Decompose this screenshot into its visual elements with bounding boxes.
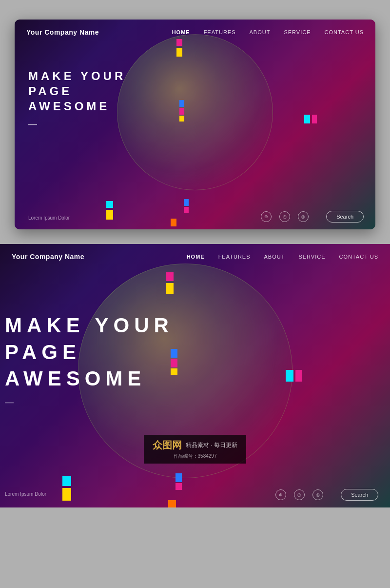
watermark-box: 众图网 精品素材 · 每日更新 作品编号：3584297 <box>144 435 246 464</box>
full-rect-pink-top <box>166 272 174 281</box>
full-nav-about[interactable]: ABOUT <box>264 254 285 260</box>
card-brand: Your Company Name <box>26 28 99 36</box>
watermark-site: 众图网 <box>153 439 182 452</box>
card-navbar: Your Company Name HOME FEATURES ABOUT SE… <box>15 20 375 45</box>
rect-cyan-right <box>304 115 310 123</box>
card-icon-target[interactable]: ◎ <box>298 211 309 222</box>
rect-blue-mid <box>179 100 184 107</box>
full-icon-target[interactable]: ◎ <box>312 489 323 500</box>
full-nav-home[interactable]: HOME <box>187 254 205 260</box>
full-rect-cyan-right <box>286 370 293 382</box>
card-nav-about[interactable]: ABOUT <box>250 29 271 35</box>
full-rect-blue-bottom <box>176 473 182 482</box>
full-icon-pin[interactable]: ⊕ <box>275 489 286 500</box>
card-nav-contact[interactable]: CONTACT US <box>325 29 364 35</box>
full-hero-line2: PAGE <box>5 339 174 366</box>
card-hero-line3: AWESOME <box>28 99 126 114</box>
card-hero-text: MAKE YOUR PAGE AWESOME — <box>28 68 126 129</box>
full-search-button[interactable]: Search <box>341 489 378 501</box>
card-nav-home[interactable]: HOME <box>172 29 190 35</box>
watermark-code: 作品编号：3584297 <box>153 453 237 460</box>
card-icon-group: ⊕ ◷ ◎ Search <box>261 211 364 223</box>
full-hero-line3: AWESOME <box>5 365 174 392</box>
card-search-button[interactable]: Search <box>326 211 364 223</box>
card-icon-pin[interactable]: ⊕ <box>261 211 272 222</box>
rect-pink-mid <box>179 108 184 115</box>
full-nav-links: HOME FEATURES ABOUT SERVICE CONTACT US <box>187 254 378 260</box>
card-nav-features[interactable]: FEATURES <box>204 29 236 35</box>
card-nav-links: HOME FEATURES ABOUT SERVICE CONTACT US <box>172 29 364 35</box>
card-hero-line1: MAKE YOUR <box>28 68 126 83</box>
full-icon-group: ⊕ ◷ ◎ Search <box>275 489 378 501</box>
rect-yellow-mid <box>179 116 184 122</box>
full-section: Your Company Name HOME FEATURES ABOUT SE… <box>0 244 390 507</box>
card-icon-clock[interactable]: ◷ <box>279 211 290 222</box>
rect-pink-right <box>312 115 317 123</box>
rect-yellow-top <box>176 48 182 57</box>
full-icon-clock[interactable]: ◷ <box>294 489 305 500</box>
card-hero-dash: — <box>28 119 126 129</box>
full-hero-text: MAKE YOUR PAGE AWESOME — <box>5 312 174 407</box>
full-hero-dash: — <box>5 397 174 407</box>
full-nav-contact[interactable]: CONTACT US <box>339 254 379 260</box>
full-bottom-bar: ⊕ ◷ ◎ Search <box>0 482 390 507</box>
full-nav-features[interactable]: FEATURES <box>218 254 251 260</box>
card-bottom-bar: ⊕ ◷ ◎ Search <box>15 204 375 229</box>
full-navbar: Your Company Name HOME FEATURES ABOUT SE… <box>0 244 390 269</box>
card-glow-circle <box>117 34 273 190</box>
card-hero-line2: PAGE <box>28 83 126 99</box>
full-brand: Your Company Name <box>12 253 84 261</box>
full-rect-pink-right <box>295 370 302 382</box>
full-hero-line1: MAKE YOUR <box>5 312 174 339</box>
full-nav-service[interactable]: SERVICE <box>298 254 325 260</box>
full-rect-yellow-top <box>166 283 174 294</box>
watermark-slogan: 精品素材 · 每日更新 <box>186 441 237 449</box>
preview-card: Your Company Name HOME FEATURES ABOUT SE… <box>15 20 375 229</box>
card-nav-service[interactable]: SERVICE <box>284 29 311 35</box>
